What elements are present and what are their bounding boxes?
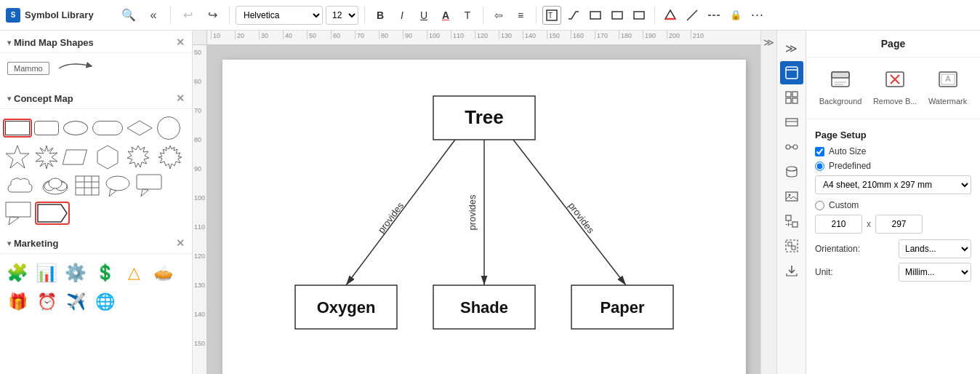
custom-label[interactable]: Custom [829, 200, 859, 210]
align-button[interactable]: ≡ [511, 6, 530, 25]
hexagon-shape[interactable] [95, 144, 121, 170]
background-button[interactable]: Background [815, 66, 867, 108]
marketing-close[interactable]: ✕ [176, 237, 185, 249]
svg-rect-30 [786, 92, 791, 97]
star-shape[interactable] [4, 144, 31, 170]
gift-icon[interactable]: 🎁 [4, 289, 31, 315]
connection-panel-button[interactable] [780, 135, 803, 159]
marketing-section-header[interactable]: ▾ Marketing ✕ [0, 231, 192, 254]
remove-bg-button[interactable]: Remove B... [869, 66, 922, 108]
svg-rect-47 [788, 242, 792, 246]
oxygen-label: Oxygen [316, 298, 375, 317]
italic-button[interactable]: I [393, 6, 411, 25]
rounded-rect-shape[interactable] [33, 120, 60, 136]
search-button[interactable]: 🔍 [118, 4, 140, 26]
mind-map-section-header[interactable]: ▾ Mind Map Shapes ✕ [0, 31, 192, 53]
concept-map-close[interactable]: ✕ [176, 92, 185, 104]
cloud-shape[interactable] [4, 175, 36, 196]
arrange-panel-button[interactable] [780, 210, 803, 233]
text-box-button[interactable]: T [542, 6, 561, 25]
gear-icon[interactable]: ⚙️ [63, 260, 89, 286]
shape-button1[interactable] [586, 6, 605, 25]
image-panel-button[interactable] [780, 185, 803, 208]
canvas-scroll[interactable]: Tree provides provides provides Oxygen [207, 45, 760, 374]
shape-button2[interactable] [608, 6, 627, 25]
unit-select[interactable]: Millim... Pixels Inches [899, 263, 971, 282]
collapse-arrow-icon: ≫ [763, 36, 774, 48]
starburst-shape[interactable] [33, 144, 60, 170]
orientation-select[interactable]: Lands... Portrait [899, 239, 971, 258]
rect-shape-item[interactable] [4, 120, 31, 136]
redo-button[interactable]: ↪ [201, 4, 223, 26]
clock-icon[interactable]: ⏰ [33, 289, 60, 315]
font-size-select[interactable]: 12101416 [326, 6, 358, 25]
ruler-top-tick: 170 [595, 31, 608, 39]
undo-button[interactable]: ↩ [177, 4, 198, 26]
cloud2-shape[interactable] [39, 175, 71, 196]
line-color-button[interactable] [683, 6, 702, 25]
lock-button[interactable]: 🔒 [726, 6, 745, 25]
callout-rect[interactable] [135, 173, 164, 198]
export-panel-button[interactable] [780, 259, 803, 282]
dollar-icon[interactable]: 💲 [92, 260, 118, 286]
sep5 [536, 7, 537, 24]
circle-shape[interactable] [156, 115, 182, 141]
callout-sharp[interactable] [4, 201, 33, 226]
svg-rect-31 [792, 92, 798, 97]
concept-map-section-header[interactable]: ▾ Concept Map ✕ [0, 87, 192, 109]
predefined-radio[interactable] [815, 162, 824, 171]
wide-ellipse-shape[interactable] [92, 120, 124, 136]
ruler-top-tick: 200 [667, 31, 680, 39]
pyramid-icon[interactable]: △ [121, 260, 147, 286]
shape-button3[interactable] [630, 6, 648, 25]
text-format-button[interactable]: T [458, 6, 477, 25]
font-color-button[interactable]: A [436, 6, 455, 25]
collapse-bar[interactable]: ≫ [760, 31, 776, 374]
line-style-button[interactable] [704, 6, 723, 25]
layers-panel-button[interactable] [780, 111, 803, 134]
predefined-label[interactable]: Predefined [829, 161, 871, 171]
burst-shape[interactable] [124, 144, 153, 170]
canvas-page[interactable]: Tree provides provides provides Oxygen [222, 60, 746, 374]
more-button[interactable]: ··· [748, 6, 767, 25]
align-left-button[interactable]: ⇦ [489, 6, 508, 25]
group-panel-button[interactable] [780, 234, 803, 258]
preset-select[interactable]: A4 sheet, 210mm x 297 mm [815, 175, 971, 194]
chart-icon[interactable]: 📊 [33, 260, 60, 286]
mm-node-shape[interactable]: Mammo [7, 62, 49, 75]
arrow-box-shape[interactable] [36, 203, 68, 223]
plane-icon[interactable]: ✈️ [63, 289, 89, 315]
auto-size-checkbox[interactable] [815, 147, 824, 156]
background-icon [830, 69, 851, 94]
expand-panel-button[interactable]: ≫ [780, 36, 803, 60]
underline-button[interactable]: U [414, 6, 433, 25]
db-panel-button[interactable] [780, 160, 803, 183]
background-panel-button[interactable] [780, 61, 803, 84]
font-family-select[interactable]: HelveticaArialTimes New Roman [236, 6, 323, 25]
bold-button[interactable]: B [371, 6, 390, 25]
grid-panel-button[interactable] [780, 86, 803, 109]
fill-color-button[interactable] [661, 6, 680, 25]
mm-line-shape[interactable] [55, 57, 95, 79]
width-input[interactable] [815, 215, 862, 234]
watermark-button[interactable]: A Watermark [924, 66, 971, 108]
height-input[interactable] [875, 215, 923, 234]
connector-button[interactable] [564, 6, 583, 25]
auto-size-label[interactable]: Auto Size [829, 146, 866, 156]
svg-rect-48 [792, 246, 795, 250]
custom-radio[interactable] [815, 201, 824, 210]
puzzle-icon[interactable]: 🧩 [4, 260, 31, 286]
table-shape[interactable] [74, 175, 100, 196]
collapse-sidebar-button[interactable]: « [142, 4, 164, 26]
parallelogram-shape[interactable] [63, 148, 92, 166]
orientation-label: Orientation: [815, 244, 860, 254]
pie-chart-icon[interactable]: 🥧 [150, 260, 176, 286]
diamond-shape[interactable] [126, 120, 153, 136]
spiky-shape[interactable] [156, 144, 185, 170]
globe-icon[interactable]: 🌐 [92, 289, 118, 315]
ellipse-shape[interactable] [63, 120, 89, 136]
callout-oval[interactable] [103, 173, 132, 198]
svg-point-22 [106, 176, 129, 191]
svg-marker-9 [127, 121, 152, 135]
mind-map-close[interactable]: ✕ [176, 36, 185, 48]
